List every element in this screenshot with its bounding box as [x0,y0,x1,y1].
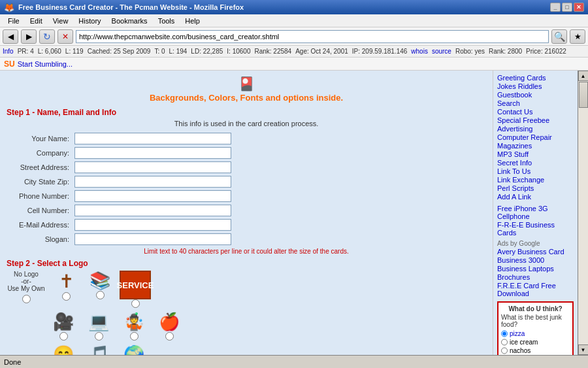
city-input[interactable] [74,176,231,188]
stumble-icon: SU [4,59,15,69]
scroll-thumb[interactable] [579,82,588,108]
menu-file[interactable]: File [3,16,25,26]
sidebar-link-freebee[interactable]: Special Freebee [497,116,574,124]
poll-label-icecream: ice cream [510,339,538,346]
menu-help[interactable]: Help [180,16,205,26]
search-star[interactable]: ★ [570,29,585,44]
cell-label: Cell Number: [7,203,72,218]
email-input[interactable] [74,219,231,231]
sidebar-link-advertising[interactable]: Advertising [497,125,574,133]
menu-tools[interactable]: Tools [153,16,180,26]
sidebar-link-secret[interactable]: Secret Info [497,159,574,167]
sidebar-ad-4[interactable]: F.R.E.E Card Free Download [497,282,574,297]
restore-button[interactable]: □ [562,3,572,12]
sidebar-link-contact[interactable]: Contact Us [497,108,574,116]
menu-bookmarks[interactable]: Bookmarks [106,16,153,26]
company-input[interactable] [74,147,231,159]
back-button[interactable]: ◀ [3,29,18,44]
reload-button[interactable]: ↻ [39,29,55,44]
page-header: 🎴 Backgrounds, Colors, Fonts and options… [7,76,486,103]
address-bar[interactable] [76,30,549,43]
header-text: Backgrounds, Colors, Fonts and options i… [7,93,486,103]
menu-bar: File Edit View History Bookmarks Tools H… [0,14,588,27]
city-label: City State Zip: [7,175,72,189]
street-input[interactable] [74,161,231,173]
stumble-label[interactable]: Start Stumbling... [18,60,73,68]
seo-bar: Info PR: 4 L: 6,060 L: 119 Cached: 25 Se… [0,46,588,58]
sidebar-link-addlink[interactable]: Add A Link [497,193,574,201]
poll-option-nachos[interactable] [501,346,508,355]
ads-title: Ads by Google [497,240,540,247]
seo-age: Age: Oct 24, 2001 [295,48,348,55]
main-content: 🎴 Backgrounds, Colors, Fonts and options… [0,71,493,355]
company-label: Company: [7,146,72,160]
use-own-label: Use My Own [7,285,44,292]
menu-view[interactable]: View [48,16,74,26]
forward-button[interactable]: ▶ [21,29,37,44]
minimize-button[interactable]: _ [550,3,561,12]
sidebar-ad-2[interactable]: Business Laptops [497,265,574,273]
menu-history[interactable]: History [73,16,106,26]
close-button[interactable]: ✕ [574,3,584,12]
poll-option-pizza[interactable] [501,329,508,338]
sidebar-ad-3[interactable]: Brochures [497,273,574,281]
logo-cross-radio[interactable] [62,292,71,301]
sidebar-free-cards[interactable]: F-R-E-E Business Cards [497,221,574,237]
go-button[interactable]: 🔍 [551,29,567,44]
cell-input[interactable] [74,205,231,216]
logo-globe-icon: 🌍 [123,344,144,355]
seo-i: I: 10600 [227,48,250,55]
logo-books-icon: 📚 [90,271,110,291]
step1-info: This info is used in the card creation p… [7,120,486,127]
logo-music-icon: 🎵 [88,344,109,355]
browser-content: 🎴 Backgrounds, Colors, Fonts and options… [0,71,588,355]
sidebar-ad-1[interactable]: Business 3000 [497,256,574,264]
seo-source[interactable]: source [432,48,451,55]
your-name-input[interactable] [74,133,231,144]
logo-jester-radio[interactable] [130,332,139,341]
status-bar: Done [0,355,588,368]
sidebar-link-mp3[interactable]: MP3 Stuff [497,150,574,158]
page-area: 🎴 Backgrounds, Colors, Fonts and options… [0,71,578,355]
sidebar-free-phone[interactable]: Free iPhone 3G Cellphone [497,205,574,220]
sidebar-link-magazines[interactable]: Magazines [497,142,574,150]
logo-books-radio[interactable] [96,291,105,299]
email-label: E-Mail Address: [7,218,72,232]
sidebar-link-exchange[interactable]: Link Exchange [497,176,574,184]
scroll-up-button[interactable]: ▲ [578,71,589,81]
seo-rank2: Rank: 2800 [489,48,522,55]
no-logo-radio[interactable] [22,295,31,303]
logo-smiley-icon: 😊 [53,344,74,355]
phone-input[interactable] [74,190,231,202]
status-text: Done [4,358,21,366]
stop-button[interactable]: ✕ [57,29,73,44]
stumble-bar: SU Start Stumbling... [0,58,588,71]
sidebar-link-jokes[interactable]: Jokes Riddles [497,82,574,90]
logo-computer-radio[interactable] [95,332,103,341]
logo-computer-icon: 💻 [88,312,109,332]
sidebar-link-greeting[interactable]: Greeting Cards [497,74,574,82]
sidebar-link-computer[interactable]: Computer Repair [497,133,574,141]
scroll-down-button[interactable]: ▼ [578,344,589,355]
url-input[interactable] [79,33,546,41]
scroll-track[interactable] [578,81,589,344]
poll-question: What is the best junk food? [501,314,570,328]
logo-fruit-radio[interactable] [165,332,174,341]
menu-edit[interactable]: Edit [25,16,48,26]
sidebar-link-search[interactable]: Search [497,99,574,107]
limit-text: Limit text to 40 characters per line or … [7,248,486,255]
sidebar-link-perl[interactable]: Perl Scripts [497,184,574,192]
logo-service-radio[interactable] [131,299,140,308]
sidebar-link-guestbook[interactable]: Guestbook [497,91,574,99]
sidebar-ad-0[interactable]: Avery Business Card [497,248,574,256]
scrollbar[interactable]: ▲ ▼ [578,71,588,355]
seo-rank: Rank: 22584 [254,48,291,55]
seo-whois[interactable]: whois [411,48,428,55]
poll-box: What do U think? What is the best junk f… [497,301,574,355]
seo-info[interactable]: Info [3,48,14,55]
sidebar-link-linkto[interactable]: Link To Us [497,167,574,175]
poll-option-icecream[interactable] [501,338,508,346]
no-logo-label: No Logo [14,271,39,278]
logo-camera-radio[interactable] [59,332,68,341]
slogan-input[interactable] [74,233,231,245]
